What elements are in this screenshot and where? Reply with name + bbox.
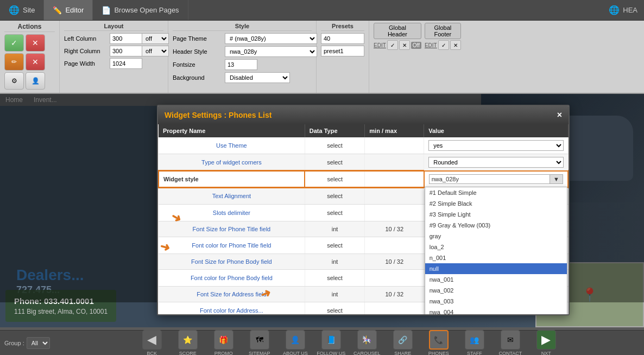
right-col-input[interactable] bbox=[110, 46, 142, 56]
widget-style-dropdown-header: nwa_028y ▼ bbox=[429, 174, 563, 184]
cancel-button[interactable]: ✕ bbox=[26, 34, 45, 52]
sitemap-label: SITEMAP bbox=[249, 351, 270, 356]
fontsize-input[interactable] bbox=[225, 59, 257, 70]
drop-item-nwa003[interactable]: nwa_003 bbox=[425, 296, 567, 307]
toolbar: Actions ✓ ✕ ✏ ✕ ⚙ 👤 Layout Left Column o… bbox=[0, 21, 644, 94]
drop-item-5[interactable]: gray bbox=[425, 231, 567, 242]
global-header-button[interactable]: GlobalHeader bbox=[374, 23, 421, 39]
left-col-input[interactable] bbox=[110, 33, 142, 44]
nav-phones[interactable]: 📞 PHONES bbox=[421, 329, 456, 356]
prop-text-align: Text Alignment bbox=[159, 187, 305, 205]
widget-settings-modal: Widget Settings : Phones List × Property… bbox=[157, 105, 570, 315]
global-footer-edit[interactable]: EDIT bbox=[425, 42, 437, 48]
actions-row-2: ✏ ✕ bbox=[4, 53, 55, 71]
fontsize-label: Fontsize bbox=[173, 61, 222, 68]
group-select[interactable]: All bbox=[27, 337, 50, 349]
nav-about[interactable]: 👤 ABOUT US bbox=[278, 329, 313, 356]
col-value: Value bbox=[424, 124, 568, 137]
nav-sitemap[interactable]: 🗺 SITEMAP bbox=[242, 329, 277, 356]
nav-staff[interactable]: 👥 STAFF bbox=[457, 329, 492, 356]
user-button[interactable]: 👤 bbox=[26, 72, 45, 90]
drop-item-null[interactable]: null bbox=[425, 263, 567, 274]
nav-bck[interactable]: ◀ BCK bbox=[135, 329, 169, 356]
drop-item-1[interactable]: #1 Default Simple bbox=[425, 187, 567, 198]
nav-share[interactable]: 🔗 SHARE bbox=[386, 329, 420, 356]
right-col-label: Right Column bbox=[64, 48, 108, 54]
type-font-title: int bbox=[305, 221, 365, 237]
nav-contact[interactable]: ✉ CONTACT bbox=[493, 329, 528, 356]
presets-input[interactable] bbox=[321, 33, 364, 44]
nav-score[interactable]: ⭐ SCORE bbox=[171, 329, 205, 356]
global-footer-check[interactable]: ✓ bbox=[438, 40, 449, 50]
contact-address: 111 Big street, Alma, CO, 10001 bbox=[14, 308, 108, 315]
left-col-select[interactable]: off bbox=[142, 33, 169, 44]
widget-style-dropdown[interactable]: #1 Default Simple #2 Simple Black #3 Sim… bbox=[425, 187, 567, 314]
about-icon: 👤 bbox=[286, 330, 305, 350]
drop-item-2[interactable]: #2 Simple Black bbox=[425, 198, 567, 209]
prop-font-addr: Font Size for Address field bbox=[159, 287, 305, 302]
background-select[interactable]: Disabled bbox=[225, 72, 290, 83]
header-style-label: Header Style bbox=[173, 48, 222, 55]
actions-title: Actions bbox=[4, 23, 55, 32]
layout-title: Layout bbox=[64, 23, 163, 31]
drop-item-nwa002[interactable]: nwa_002 bbox=[425, 285, 567, 296]
global-header-edit-row: EDIT ✓ ✕ Off bbox=[374, 40, 421, 50]
nav-follow[interactable]: 📘 FOLLOW US bbox=[314, 329, 349, 356]
edit-button[interactable]: ✏ bbox=[4, 53, 24, 71]
style-grid: Page Theme # (nwa_028y) Header Style nwa… bbox=[173, 33, 312, 83]
pages-icon: 📄 bbox=[102, 6, 111, 15]
tab-site[interactable]: 🌐 Site bbox=[0, 0, 44, 20]
check-button[interactable]: ✓ bbox=[4, 34, 24, 52]
global-header-x[interactable]: ✕ bbox=[399, 40, 410, 50]
nav-carousel[interactable]: 🎠 CAROUSEL bbox=[350, 329, 384, 356]
promo-icon: 🎁 bbox=[214, 330, 233, 350]
drop-item-3[interactable]: #3 Simple Light bbox=[425, 209, 567, 220]
nav-promo[interactable]: 🎁 PROMO bbox=[206, 329, 241, 356]
global-header-check[interactable]: ✓ bbox=[387, 40, 398, 50]
drop-item-7[interactable]: n_001 bbox=[425, 252, 567, 263]
nxt-label: NXT bbox=[541, 351, 551, 356]
header-style-select[interactable]: nwa_028y bbox=[225, 46, 317, 57]
minmax-widget-style bbox=[365, 171, 424, 187]
globe-icon-2: 🌐 bbox=[609, 5, 620, 15]
modal-scroll[interactable]: Property Name Data Type min / max Value … bbox=[158, 124, 569, 314]
drop-item-nwa004[interactable]: nwa_004 bbox=[425, 307, 567, 314]
style-panel: Style Page Theme # (nwa_028y) Header Sty… bbox=[168, 21, 317, 93]
type-slots-delim: select bbox=[305, 205, 365, 221]
drop-item-nwa001[interactable]: nwa_001 bbox=[425, 274, 567, 285]
nav-nxt[interactable]: ▶ NXT bbox=[529, 329, 564, 356]
preset-name-input[interactable] bbox=[321, 46, 364, 56]
widget-style-current-value: nwa_028y bbox=[430, 175, 550, 183]
type-use-theme: select bbox=[305, 137, 365, 154]
global-footer-button[interactable]: GlobalFooter bbox=[425, 23, 461, 39]
page-width-label: Page Width bbox=[64, 60, 108, 67]
drop-item-4[interactable]: #9 Gray & Yellow (003) bbox=[425, 220, 567, 231]
widget-style-arrow[interactable]: ▼ bbox=[550, 175, 563, 183]
page-theme-label: Page Theme bbox=[173, 35, 222, 42]
bck-label: BCK bbox=[147, 351, 157, 356]
delete-button[interactable]: ✕ bbox=[26, 53, 45, 71]
layout-panel: Layout Left Column off Right Column off … bbox=[60, 21, 168, 93]
select-corners[interactable]: Rounded bbox=[428, 157, 563, 168]
global-footer-x[interactable]: ✕ bbox=[450, 40, 461, 50]
global-header-edit[interactable]: EDIT bbox=[374, 42, 386, 48]
settings-button[interactable]: ⚙ bbox=[4, 72, 24, 90]
prop-font-body: Font Size for Phone Body field bbox=[159, 254, 305, 270]
background-label: Background bbox=[173, 74, 222, 81]
minmax-slots-delim bbox=[365, 205, 424, 221]
page-theme-select[interactable]: # (nwa_028y) bbox=[225, 33, 317, 44]
drop-item-6[interactable]: loa_2 bbox=[425, 242, 567, 252]
score-icon: ⭐ bbox=[178, 330, 198, 350]
presets-panel: Presets bbox=[317, 21, 369, 93]
globe-icon: 🌐 bbox=[9, 5, 20, 15]
type-widget-style: select bbox=[305, 171, 365, 187]
modal-close-button[interactable]: × bbox=[557, 110, 562, 120]
phones-label: PHONES bbox=[428, 351, 449, 356]
settings-table: Property Name Data Type min / max Value … bbox=[158, 124, 569, 314]
right-col-select[interactable]: off bbox=[142, 46, 169, 56]
page-width-input[interactable] bbox=[110, 58, 142, 69]
tab-browse[interactable]: 📄 Browse Open Pages bbox=[93, 0, 188, 20]
tab-editor[interactable]: ✏️ Editor bbox=[44, 0, 93, 20]
contact-label: CONTACT bbox=[498, 351, 522, 356]
select-use-theme[interactable]: yes bbox=[428, 140, 563, 151]
